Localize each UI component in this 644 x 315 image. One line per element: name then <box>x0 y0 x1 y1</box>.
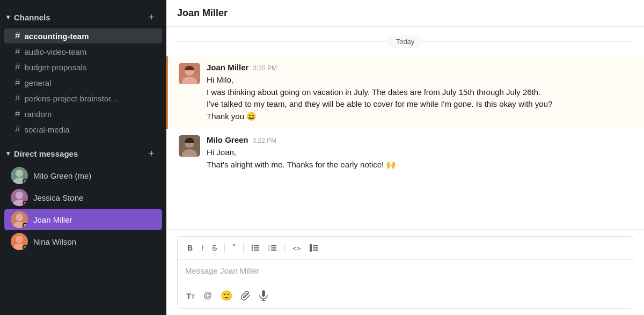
svg-point-4 <box>16 214 23 221</box>
avatar-milo-green <box>11 167 28 184</box>
dm-item-joan-miller[interactable]: Joan Miller <box>4 209 162 230</box>
hash-icon: # <box>15 93 20 104</box>
hash-icon: # <box>15 62 20 72</box>
svg-rect-26 <box>310 244 312 252</box>
editor-footer: Tт @ 🙂 <box>178 283 633 308</box>
dm-name: Joan Miller <box>33 215 72 224</box>
avatar-joan-miller <box>11 211 28 228</box>
message-avatar-joan <box>179 63 200 84</box>
editor-container: B I S " 1.2.3. <> Message Joan M <box>166 229 644 315</box>
svg-rect-23 <box>271 247 276 248</box>
channel-name: random <box>24 109 52 119</box>
hash-icon: # <box>15 108 20 119</box>
bullet-list-button[interactable] <box>248 242 263 254</box>
text-format-button[interactable]: Tт <box>184 289 197 303</box>
channel-item-accounting-team[interactable]: # accounting-team <box>4 28 162 43</box>
editor-placeholder-text: Message Joan Miller <box>185 266 259 275</box>
message-header-milo: Milo Green 3:22 PM <box>207 135 633 144</box>
channel-name: social-media <box>24 125 69 134</box>
svg-rect-30 <box>262 290 265 297</box>
svg-point-6 <box>16 236 23 243</box>
attachment-button[interactable] <box>239 289 253 303</box>
channel-item-perkins[interactable]: # perkins-project-brainstor... <box>4 91 162 106</box>
svg-rect-21 <box>271 245 276 246</box>
channel-item-audio-video-team[interactable]: # audio-video-team <box>4 44 162 59</box>
channel-name: perkins-project-brainstor... <box>24 94 117 103</box>
dm-item-nina-wilson[interactable]: Nina Wilson <box>4 231 162 252</box>
status-dot-away <box>23 223 27 228</box>
message-text-milo: Hi Joan, That's alright with me. Thanks … <box>207 146 633 171</box>
numbered-list-button[interactable]: 1.2.3. <box>265 242 280 254</box>
add-channel-button[interactable]: + <box>145 11 158 24</box>
channel-name: accounting-team <box>24 32 89 41</box>
svg-point-0 <box>16 170 23 177</box>
dm-name: Milo Green (me) <box>33 171 91 180</box>
dm-list: Milo Green (me) Jessica Stone <box>0 164 166 253</box>
channels-chevron-icon: ▾ <box>6 13 10 21</box>
status-dot-dnd <box>23 201 27 206</box>
date-divider-label: Today <box>387 35 423 48</box>
dm-chevron-icon: ▾ <box>6 150 10 157</box>
toolbar-divider-3 <box>284 243 285 253</box>
svg-point-14 <box>252 245 253 247</box>
dm-item-jessica-stone[interactable]: Jessica Stone <box>4 187 162 208</box>
message-text-joan: Hi Milo, I was thinking about going on v… <box>207 74 633 122</box>
svg-rect-25 <box>271 250 276 251</box>
main-content: Joan Miller Today Joan Miller <box>166 0 644 315</box>
block-button[interactable] <box>306 242 321 254</box>
bold-button[interactable]: B <box>184 241 196 254</box>
svg-rect-28 <box>313 247 318 248</box>
avatar-jessica-stone <box>11 189 28 206</box>
date-divider-line-right <box>423 41 633 42</box>
message-author-joan: Joan Miller <box>207 63 248 72</box>
emoji-button[interactable]: 🙂 <box>218 288 235 304</box>
status-dot-online <box>23 179 27 184</box>
editor-box: B I S " 1.2.3. <> Message Joan M <box>177 236 633 309</box>
dm-item-milo-green[interactable]: Milo Green (me) <box>4 165 162 186</box>
channel-item-random[interactable]: # random <box>4 106 162 121</box>
channel-name: audio-video-team <box>24 47 86 56</box>
toolbar-divider-1 <box>224 243 225 253</box>
hash-icon: # <box>15 77 20 88</box>
hash-icon: # <box>15 46 20 57</box>
voice-button[interactable] <box>257 288 270 303</box>
channel-item-social-media[interactable]: # social-media <box>4 122 162 137</box>
channel-name: budget-proposals <box>24 63 86 72</box>
strikethrough-button[interactable]: S <box>209 241 220 254</box>
channels-list: # accounting-team # audio-video-team # b… <box>0 28 166 137</box>
sidebar: ▾ Channels + # accounting-team # audio-v… <box>0 0 166 315</box>
add-dm-button[interactable]: + <box>145 147 158 160</box>
channel-name: general <box>24 78 51 87</box>
editor-toolbar: B I S " 1.2.3. <> <box>178 237 633 260</box>
message-avatar-milo <box>179 135 200 157</box>
mention-button[interactable]: @ <box>201 289 214 303</box>
quote-button[interactable]: " <box>229 241 239 255</box>
italic-button[interactable]: I <box>198 241 207 254</box>
svg-point-2 <box>16 192 23 199</box>
svg-rect-27 <box>313 245 318 246</box>
code-button[interactable]: <> <box>289 242 304 254</box>
hash-icon: # <box>15 31 20 41</box>
channel-item-budget-proposals[interactable]: # budget-proposals <box>4 60 162 75</box>
dm-name: Nina Wilson <box>33 237 76 246</box>
message-time-joan: 3:20 PM <box>253 64 277 72</box>
message-content-milo: Milo Green 3:22 PM Hi Joan, That's alrig… <box>207 135 633 171</box>
channel-item-general[interactable]: # general <box>4 75 162 90</box>
date-divider: Today <box>166 27 644 56</box>
message-header-joan: Joan Miller 3:20 PM <box>207 63 633 72</box>
svg-text:3.: 3. <box>268 248 270 252</box>
svg-rect-17 <box>254 247 259 248</box>
chat-messages: Today Joan Miller 3:20 PM <box>166 27 644 229</box>
channels-section-header[interactable]: ▾ Channels + <box>0 9 166 26</box>
dm-name: Jessica Stone <box>33 193 83 202</box>
svg-point-16 <box>252 247 253 249</box>
chat-header-title: Joan Miller <box>177 8 228 18</box>
message-author-milo: Milo Green <box>207 135 248 144</box>
message-content-joan: Joan Miller 3:20 PM Hi Milo, I was think… <box>207 63 633 122</box>
dm-section-header[interactable]: ▾ Direct messages + <box>0 145 166 162</box>
editor-placeholder[interactable]: Message Joan Miller <box>178 260 633 283</box>
svg-point-18 <box>252 250 253 251</box>
date-divider-line-left <box>177 41 387 42</box>
avatar-nina-wilson <box>11 233 28 250</box>
message-group-milo: Milo Green 3:22 PM Hi Joan, That's alrig… <box>166 129 644 177</box>
